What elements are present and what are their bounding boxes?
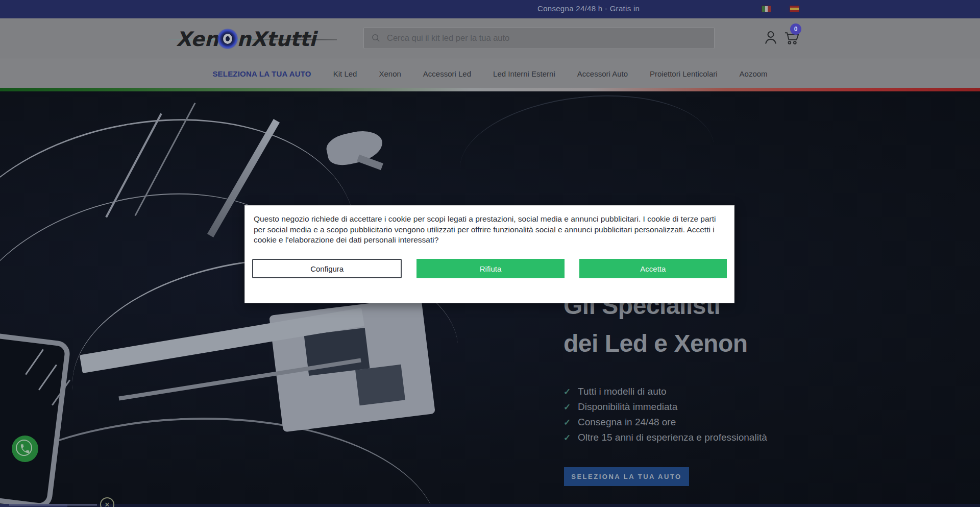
nav-item-kit-led[interactable]: Kit Led: [333, 69, 357, 78]
reject-cookies-button[interactable]: Rifiuta: [416, 259, 564, 278]
search-bar: [363, 27, 715, 49]
spanish-flag-icon[interactable]: [790, 6, 799, 12]
logo[interactable]: Xen nXtutti: [176, 23, 316, 54]
italian-flag-icon[interactable]: [762, 6, 771, 12]
cookie-message: Questo negozio richiede di accettare i c…: [245, 206, 727, 246]
bottom-banner-edge: [9, 504, 97, 505]
nav-item-xenon[interactable]: Xenon: [379, 69, 401, 78]
check-icon: ✓: [564, 432, 578, 443]
hero-feature-list: ✓Tutti i modelli di auto ✓Disponibilità …: [564, 384, 767, 445]
main-nav: SELEZIONA LA TUA AUTO Kit Led Xenon Acce…: [0, 59, 980, 88]
cookie-consent-dialog: Questo negozio richiede di accettare i c…: [244, 205, 734, 303]
nav-item-seleziona-auto[interactable]: SELEZIONA LA TUA AUTO: [212, 69, 311, 78]
topbar: Consegna 24/48 h - Gratis in: [0, 0, 980, 18]
logo-text-left: Xen: [176, 28, 218, 51]
nav-item-aozoom[interactable]: Aozoom: [740, 69, 768, 78]
check-icon: ✓: [564, 402, 578, 413]
check-icon: ✓: [564, 387, 578, 397]
nav-item-accessori-led[interactable]: Accessori Led: [423, 69, 471, 78]
nav-item-accessori-auto[interactable]: Accessori Auto: [577, 69, 628, 78]
hero-select-car-button[interactable]: SELEZIONA LA TUA AUTO: [564, 467, 689, 486]
cookie-dialog-buttons: Configura Rifiuta Accetta: [245, 259, 734, 278]
account-button[interactable]: [763, 29, 779, 48]
bottom-banner-strip: [0, 504, 980, 507]
cart-count-badge: 0: [790, 23, 801, 35]
page-root: Consegna 24/48 h - Gratis in Xen nXtutti: [0, 0, 980, 507]
header: Xen nXtutti 0: [0, 18, 980, 59]
nav-item-led-interni-esterni[interactable]: Led Interni Esterni: [493, 69, 555, 78]
feature-item: ✓Disponibilità immediata: [564, 399, 767, 415]
logo-text-right: nXtutti: [237, 28, 316, 51]
feature-item: ✓Consegna in 24/48 ore: [564, 415, 767, 430]
shipping-marquee-text: Consegna 24/48 h - Gratis in: [537, 4, 640, 13]
check-icon: ✓: [564, 417, 578, 428]
search-input[interactable]: [386, 33, 707, 43]
search-icon: [371, 33, 381, 43]
hero-title-line2: dei Led e Xenon: [564, 330, 748, 357]
user-icon: [763, 29, 779, 46]
italian-tricolor-stripe: [0, 88, 980, 91]
feature-item: ✓Oltre 15 anni di esperienza e professio…: [564, 430, 767, 445]
whatsapp-button[interactable]: [12, 436, 38, 462]
phone-icon: [19, 443, 31, 454]
logo-headlight-orb-icon: [217, 29, 238, 49]
feature-item: ✓Tutti i modelli di auto: [564, 384, 767, 399]
cart-button[interactable]: 0: [782, 30, 801, 48]
nav-item-proiettori-lenticolari[interactable]: Proiettori Lenticolari: [650, 69, 718, 78]
accept-cookies-button[interactable]: Accetta: [579, 259, 727, 278]
configure-cookies-button[interactable]: Configura: [252, 259, 402, 278]
